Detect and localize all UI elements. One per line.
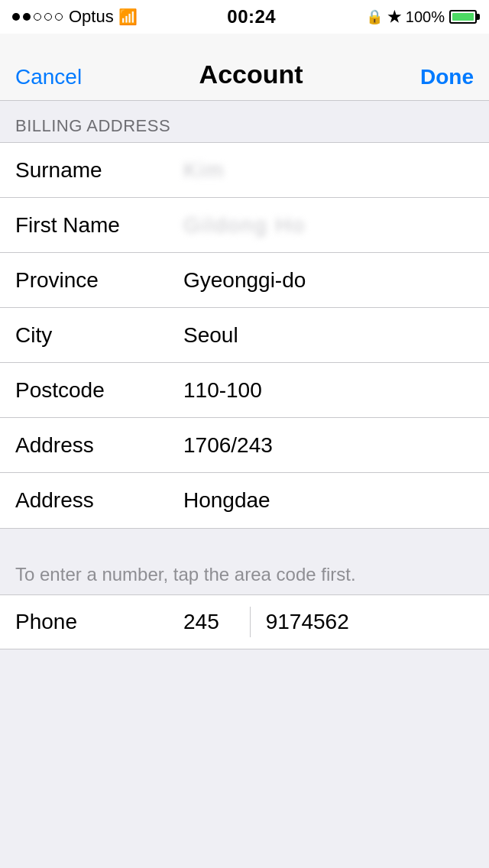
address2-value[interactable]: Hongdae — [183, 488, 474, 513]
table-row[interactable]: Postcode 110-100 — [0, 363, 489, 418]
status-bar: Optus 📶 00:24 🔒 ★ 100% — [0, 0, 489, 34]
address2-label: Address — [15, 488, 183, 513]
section-gap — [0, 529, 489, 552]
phone-values: 245 9174562 — [183, 607, 474, 637]
battery-icon — [449, 10, 477, 24]
signal-dot-1 — [12, 13, 20, 21]
phone-row[interactable]: Phone 245 9174562 — [0, 594, 489, 649]
phone-label: Phone — [15, 610, 183, 634]
surname-value[interactable]: Kim — [183, 158, 474, 183]
firstname-value[interactable]: Gildong Ho — [183, 213, 474, 238]
city-label: City — [15, 323, 183, 348]
table-row[interactable]: Surname Kim — [0, 143, 489, 198]
signal-dot-4 — [44, 13, 52, 21]
bluetooth-icon: ★ — [387, 8, 401, 26]
postcode-label: Postcode — [15, 378, 183, 403]
battery-percent: 100% — [406, 8, 445, 26]
status-bar-time: 00:24 — [227, 6, 276, 28]
province-value[interactable]: Gyeonggi-do — [183, 268, 474, 293]
city-value[interactable]: Seoul — [183, 323, 474, 348]
navigation-bar: Cancel Account Done — [0, 34, 489, 101]
battery-fill — [452, 13, 474, 21]
province-label: Province — [15, 268, 183, 293]
firstname-label: First Name — [15, 213, 183, 238]
table-row[interactable]: City Seoul — [0, 308, 489, 363]
done-button[interactable]: Done — [420, 65, 474, 89]
page-title: Account — [199, 60, 303, 89]
address1-value[interactable]: 1706/243 — [183, 433, 474, 458]
phone-area-code[interactable]: 245 — [183, 610, 235, 634]
phone-number[interactable]: 9174562 — [266, 610, 349, 634]
status-bar-left: Optus 📶 — [12, 7, 138, 27]
table-row[interactable]: Province Gyeonggi-do — [0, 253, 489, 308]
signal-dot-5 — [55, 13, 63, 21]
table-row[interactable]: Address Hongdae — [0, 473, 489, 528]
status-bar-right: 🔒 ★ 100% — [366, 8, 477, 26]
surname-label: Surname — [15, 158, 183, 183]
cancel-button[interactable]: Cancel — [15, 65, 82, 89]
signal-dot-2 — [23, 13, 31, 21]
signal-strength — [12, 13, 63, 21]
billing-address-header: BILLING ADDRESS — [0, 101, 489, 142]
billing-form-table: Surname Kim First Name Gildong Ho Provin… — [0, 142, 489, 529]
carrier-name: Optus — [69, 7, 114, 27]
address1-label: Address — [15, 433, 183, 458]
table-row[interactable]: First Name Gildong Ho — [0, 198, 489, 253]
lock-icon: 🔒 — [366, 8, 383, 25]
signal-dot-3 — [34, 13, 41, 21]
postcode-value[interactable]: 110-100 — [183, 378, 474, 403]
phone-divider — [250, 607, 251, 637]
table-row[interactable]: Address 1706/243 — [0, 418, 489, 473]
wifi-icon: 📶 — [118, 8, 138, 26]
phone-hint: To enter a number, tap the area code fir… — [0, 552, 489, 594]
